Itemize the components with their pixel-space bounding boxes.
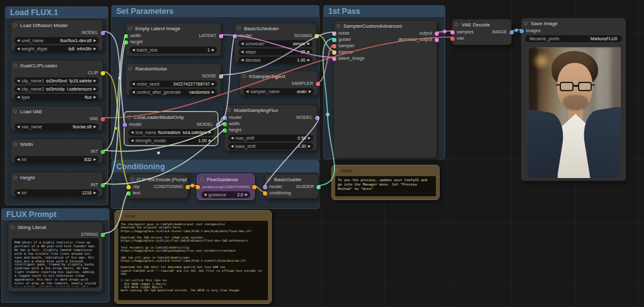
right-arrow-icon[interactable]: ▶ <box>94 39 96 43</box>
right-arrow-icon[interactable]: ▶ <box>308 137 311 140</box>
widget-int[interactable]: ◀int1216▶ <box>14 189 99 196</box>
left-arrow-icon[interactable]: ◀ <box>17 96 19 99</box>
vae-output-port[interactable] <box>101 117 105 121</box>
right-arrow-icon[interactable]: ▶ <box>308 42 310 46</box>
right-arrow-icon[interactable]: ▶ <box>94 96 96 99</box>
node-title[interactable]: BasicScheduler <box>235 23 316 33</box>
denoised-output-port[interactable] <box>435 38 439 42</box>
widget-clip-name2[interactable]: ◀clip_name2sd3m/clip_l.safetensors▶ <box>14 86 99 92</box>
node-title[interactable]: FluxGuidance <box>197 174 254 184</box>
widget-denoise[interactable]: ◀denoise1.00▶ <box>238 57 313 64</box>
node-model-sampling-flux[interactable]: ModelSamplingFlux modelMODEL width heigh… <box>224 104 318 151</box>
node-ksampler-select[interactable]: KSamplerSelect SAMPLER ◀sampler_nameeule… <box>239 70 318 96</box>
node-title[interactable]: String Literal <box>8 222 103 232</box>
widget-guidance[interactable]: ◀guidance2.0▶ <box>201 191 250 198</box>
node-title[interactable]: Note <box>115 211 271 220</box>
node-width[interactable]: Width INT ◀int832▶ <box>10 138 103 164</box>
widget-clip-name1[interactable]: ◀clip_name1sd3m/t5xxl_fp16.safetensors▶ <box>14 77 99 84</box>
samples-input-port[interactable] <box>450 30 455 35</box>
left-arrow-icon[interactable]: ◀ <box>17 125 19 129</box>
left-arrow-icon[interactable]: ◀ <box>17 191 19 195</box>
node-string-literal[interactable]: String Literal STRING RAW photo if a hig… <box>8 221 103 292</box>
right-arrow-icon[interactable]: ▶ <box>212 48 214 52</box>
widget-max-shift[interactable]: ◀max_shift0.50▶ <box>228 135 313 142</box>
left-arrow-icon[interactable]: ◀ <box>231 145 233 148</box>
height-input-port[interactable] <box>124 40 128 45</box>
widget-noise-seed[interactable]: ◀noise_seed342274227768747▶ <box>130 81 217 87</box>
string-output-port[interactable] <box>101 233 105 237</box>
widget-strength-model[interactable]: ◀strength_model1.00▶ <box>128 137 214 144</box>
right-arrow-icon[interactable]: ▶ <box>94 47 96 51</box>
group-first-pass-header[interactable]: 1st Pass <box>324 6 445 17</box>
node-note-main[interactable]: Note The checkpoint goes in ComfyUI/mode… <box>114 210 272 304</box>
left-arrow-icon[interactable]: ◀ <box>241 50 243 54</box>
right-arrow-icon[interactable]: ▶ <box>308 145 311 148</box>
node-title[interactable]: Empty Latent Image <box>126 23 221 33</box>
guider-input-port[interactable] <box>332 38 336 42</box>
noise-output-port[interactable] <box>219 74 223 79</box>
group-set-parameters-header[interactable]: Set Parameters <box>112 6 319 17</box>
text-input-port[interactable] <box>126 191 131 196</box>
node-load-diffusion-model[interactable]: Load Diffusion Model MODEL ◀unet_nameflu… <box>10 20 103 52</box>
node-title[interactable]: BasicGuider <box>265 174 318 184</box>
node-height[interactable]: Height INT ◀int1216▶ <box>10 172 103 197</box>
right-arrow-icon[interactable]: ▶ <box>94 87 96 91</box>
node-note-preview[interactable]: Note To see the preview, update your Com… <box>331 165 440 200</box>
widget-batch-size[interactable]: ◀batch_size1▶ <box>130 47 217 53</box>
image-output-port[interactable] <box>509 30 514 35</box>
vae-input-port[interactable] <box>450 36 455 41</box>
node-title[interactable]: Note <box>332 165 439 175</box>
left-arrow-icon[interactable]: ◀ <box>231 137 233 140</box>
node-basic-scheduler[interactable]: BasicScheduler modelSIGMAS ◀schedulersim… <box>234 23 317 63</box>
node-title[interactable]: VAE Decode <box>452 20 511 29</box>
latent-image-input-port[interactable] <box>332 57 336 61</box>
sigmas-output-port[interactable] <box>314 34 319 38</box>
int-output-port[interactable] <box>101 150 105 154</box>
node-title[interactable]: RandomNoise <box>126 64 221 73</box>
node-empty-latent-image[interactable]: Empty Latent Image widthLATENT height ◀b… <box>125 23 221 57</box>
right-arrow-icon[interactable]: ▶ <box>308 50 310 54</box>
node-title[interactable]: Load VAE <box>11 106 103 116</box>
left-arrow-icon[interactable]: ◀ <box>17 47 19 51</box>
node-title[interactable]: LoraLoaderModelOnly <box>125 112 218 121</box>
right-arrow-icon[interactable]: ▶ <box>308 59 310 62</box>
node-vae-decode[interactable]: VAE Decode samplesIMAGE vae <box>452 19 512 45</box>
widget-weight-dtype[interactable]: ◀weight_dtypefp8_e4m3fn▶ <box>14 45 99 52</box>
node-sampler-custom-advanced[interactable]: SamplerCustomAdvanced noiseoutput guider… <box>333 20 437 159</box>
images-input-port[interactable] <box>519 29 524 33</box>
node-save-image[interactable]: Save Image images filename_prefixMarkury… <box>521 18 626 181</box>
noise-input-port[interactable] <box>332 31 336 36</box>
prompt-text-area[interactable]: RAW photo if a highly realistic close-up… <box>12 238 99 287</box>
model-input-port[interactable] <box>263 185 267 189</box>
int-output-port[interactable] <box>101 183 105 187</box>
widget-base-shift[interactable]: ◀base_shift0.30▶ <box>228 143 313 150</box>
left-arrow-icon[interactable]: ◀ <box>246 90 248 94</box>
right-arrow-icon[interactable]: ▶ <box>212 82 214 86</box>
latent-output-port[interactable] <box>219 34 223 38</box>
node-title[interactable]: ModelSamplingFlux <box>225 105 317 114</box>
node-flux-guidance[interactable]: FluxGuidance conditioningCONDITIONING ◀g… <box>197 174 255 200</box>
group-conditioning-header[interactable]: Conditioning <box>112 161 319 172</box>
clip-input-port[interactable] <box>126 185 131 189</box>
right-arrow-icon[interactable]: ▶ <box>245 193 248 197</box>
conditioning-output-port[interactable] <box>186 185 190 189</box>
left-arrow-icon[interactable]: ◀ <box>17 158 19 162</box>
model-input-port[interactable] <box>123 123 127 127</box>
comfyui-node-graph-canvas[interactable]: Load FLUX.1 Set Parameters 1st Pass Cond… <box>0 0 644 307</box>
model-input-port[interactable] <box>223 116 227 120</box>
conditioning-output-port[interactable] <box>252 185 257 189</box>
sigmas-input-port[interactable] <box>332 50 336 55</box>
left-arrow-icon[interactable]: ◀ <box>132 91 135 94</box>
widget-scheduler[interactable]: ◀schedulersimple▶ <box>238 40 313 47</box>
clip-output-port[interactable] <box>101 71 105 75</box>
widget-int[interactable]: ◀int832▶ <box>14 156 99 163</box>
node-title[interactable]: Height <box>11 172 103 182</box>
left-arrow-icon[interactable]: ◀ <box>17 39 19 43</box>
left-arrow-icon[interactable]: ◀ <box>241 59 243 62</box>
left-arrow-icon[interactable]: ◀ <box>131 131 133 135</box>
node-load-vae[interactable]: Load VAE VAE ◀vae_nameflux/ae.sft▶ <box>10 106 103 131</box>
right-arrow-icon[interactable]: ▶ <box>209 139 211 143</box>
conditioning-input-port[interactable] <box>263 191 267 196</box>
widget-vae-name[interactable]: ◀vae_nameflux/ae.sft▶ <box>14 123 99 130</box>
node-dual-clip-loader[interactable]: DualCLIPLoader CLIP ◀clip_name1sd3m/t5xx… <box>10 60 103 100</box>
